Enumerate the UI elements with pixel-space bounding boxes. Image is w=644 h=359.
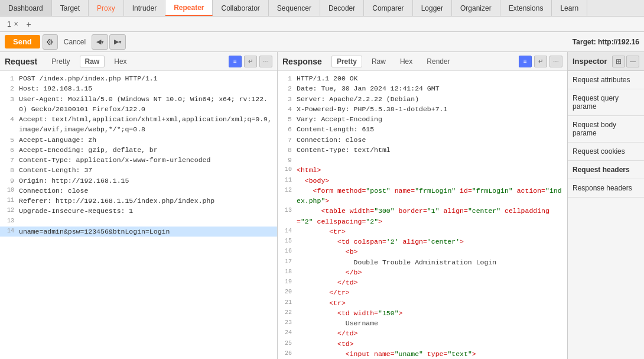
- table-row: 7Connection: close: [278, 135, 567, 145]
- tab-organizer[interactable]: Organizer: [452, 0, 500, 16]
- tab-repeater[interactable]: Repeater: [165, 0, 213, 16]
- top-nav: Dashboard Target Proxy Intruder Repeater…: [0, 0, 644, 17]
- table-row: 7Content-Type: application/x-www-form-ur…: [0, 155, 277, 165]
- request-tab-raw[interactable]: Raw: [80, 56, 105, 67]
- response-code-area[interactable]: 1HTTP/1.1 200 OK 2Date: Tue, 30 Jan 2024…: [278, 71, 567, 359]
- inspector-icons: ⊞ —: [612, 56, 639, 67]
- inspector-section-request-headers[interactable]: Request headers: [568, 161, 644, 179]
- table-row: 9: [278, 155, 567, 165]
- table-row: 10Connection: close: [0, 186, 277, 196]
- inspector-panel: Inspector ⊞ — Request attributes Request…: [567, 52, 644, 359]
- request-tab-pretty[interactable]: Pretty: [47, 56, 74, 67]
- table-row-highlighted: 14uname=admin&psw=123456&btnLogin=Login: [0, 227, 277, 237]
- response-tab-hex[interactable]: Hex: [395, 56, 417, 67]
- inspector-cols-icon[interactable]: ⊞: [612, 56, 625, 67]
- table-row: 23 Username: [278, 318, 567, 328]
- next-arrow-button[interactable]: ▶ ▾: [109, 34, 126, 50]
- table-row: 19 </td>: [278, 277, 567, 287]
- request-panel-icons: ≡ ↵ ⋯: [229, 56, 272, 67]
- table-row: 11 <body>: [278, 176, 567, 186]
- request-wrap-icon[interactable]: ↵: [244, 56, 257, 67]
- request-more-icon[interactable]: ⋯: [259, 56, 272, 67]
- response-tab-render[interactable]: Render: [422, 56, 454, 67]
- response-panel-header: Response Pretty Raw Hex Render ≡ ↵ ⋯: [278, 52, 567, 71]
- table-row: 18 </b>: [278, 267, 567, 277]
- inspector-header: Inspector ⊞ —: [568, 52, 644, 71]
- inspector-section-response-headers[interactable]: Response headers: [568, 179, 644, 198]
- history-arrows: ◀ ▾ ▶ ▾: [92, 34, 126, 50]
- table-row: 5Vary: Accept-Encoding: [278, 114, 567, 124]
- table-row: 15 <td colspan='2' align='center'>: [278, 237, 567, 247]
- table-row: 6Content-Length: 615: [278, 124, 567, 134]
- table-row: 24 </td>: [278, 328, 567, 338]
- gear-icon[interactable]: ⚙: [43, 34, 58, 50]
- inspector-section-cookies[interactable]: Request cookies: [568, 143, 644, 161]
- inspector-section-query-params[interactable]: Request query parame: [568, 89, 644, 116]
- table-row: 6Accept-Encoding: gzip, deflate, br: [0, 145, 277, 155]
- tab-target[interactable]: Target: [52, 0, 89, 16]
- response-list-icon[interactable]: ≡: [519, 56, 532, 67]
- request-title: Request: [5, 57, 37, 66]
- request-code-area[interactable]: 1POST /index.php/index.php HTTP/1.1 2Hos…: [0, 71, 277, 359]
- request-panel: Request Pretty Raw Hex ≡ ↵ ⋯ 1POST /inde…: [0, 52, 278, 359]
- tab-intruder[interactable]: Intruder: [124, 0, 165, 16]
- table-row: 11Referer: http://192.168.1.15/index.php…: [0, 196, 277, 206]
- table-row: 3Server: Apache/2.2.22 (Debian): [278, 94, 567, 104]
- table-row: 13: [0, 216, 277, 227]
- table-row: 5Accept-Language: zh: [0, 135, 277, 145]
- inspector-section-body-params[interactable]: Request body parame: [568, 116, 644, 143]
- send-button[interactable]: Send: [5, 35, 40, 48]
- tab-learn[interactable]: Learn: [552, 0, 587, 16]
- add-tab-button[interactable]: +: [23, 19, 35, 30]
- request-tab-hex[interactable]: Hex: [109, 56, 131, 67]
- target-label: Target: http://192.16: [573, 38, 639, 46]
- response-panel-icons: ≡ ↵ ⋯: [519, 56, 562, 67]
- request-list-icon[interactable]: ≡: [229, 56, 242, 67]
- table-row: 22 <td width="150">: [278, 308, 567, 318]
- tab-collaborator[interactable]: Collaborator: [213, 0, 268, 16]
- sub-tab-row: 1 ✕ +: [0, 17, 644, 32]
- tab-close-icon[interactable]: ✕: [14, 21, 18, 27]
- table-row: 12Upgrade-Insecure-Requests: 1: [0, 206, 277, 216]
- table-row: 4Accept: text/html,application/xhtml+xml…: [0, 114, 277, 135]
- tab-number: 1: [7, 20, 11, 28]
- response-tab-raw[interactable]: Raw: [367, 56, 391, 67]
- repeater-tab-1[interactable]: 1 ✕: [2, 19, 23, 30]
- tab-dashboard[interactable]: Dashboard: [0, 0, 52, 16]
- tab-logger[interactable]: Logger: [413, 0, 452, 16]
- table-row: 25 <td>: [278, 339, 567, 349]
- tab-extensions[interactable]: Extensions: [500, 0, 552, 16]
- table-row: 3User-Agent: Mozilla/5.0 (Windows NT 10.…: [0, 94, 277, 115]
- inspector-minimize-icon[interactable]: —: [626, 56, 639, 67]
- response-wrap-icon[interactable]: ↵: [534, 56, 547, 67]
- response-tab-pretty[interactable]: Pretty: [331, 56, 362, 67]
- tab-proxy[interactable]: Proxy: [89, 0, 124, 16]
- table-row: 2Date: Tue, 30 Jan 2024 12:41:24 GMT: [278, 83, 567, 93]
- toolbar: Send ⚙ Cancel ◀ ▾ ▶ ▾ Target: http://192…: [0, 32, 644, 52]
- table-row: 20 </tr>: [278, 287, 567, 297]
- table-row: 9Origin: http://192.168.1.15: [0, 176, 277, 186]
- table-row: 4X-Powered-By: PHP/5.5.38-1-dotdeb+7.1: [278, 104, 567, 114]
- tab-comparer[interactable]: Comparer: [364, 0, 412, 16]
- main-content: Request Pretty Raw Hex ≡ ↵ ⋯ 1POST /inde…: [0, 52, 644, 359]
- table-row: 17 Double Trouble Administration Login: [278, 257, 567, 267]
- response-panel: Response Pretty Raw Hex Render ≡ ↵ ⋯ 1HT…: [278, 52, 567, 359]
- prev-arrow-button[interactable]: ◀ ▾: [92, 34, 108, 50]
- table-row: 12 <form method="post" name="frmLogin" i…: [278, 186, 567, 206]
- response-more-icon[interactable]: ⋯: [549, 56, 562, 67]
- request-panel-header: Request Pretty Raw Hex ≡ ↵ ⋯: [0, 52, 277, 71]
- table-row: 10<html>: [278, 165, 567, 175]
- tab-sequencer[interactable]: Sequencer: [269, 0, 320, 16]
- table-row: 13 <table width="300" border="1" align="…: [278, 206, 567, 227]
- table-row: 1POST /index.php/index.php HTTP/1.1: [0, 73, 277, 83]
- response-title: Response: [282, 57, 322, 66]
- table-row: 26 <input name="uname" type="text">: [278, 349, 567, 359]
- table-row: 8Content-Length: 37: [0, 165, 277, 175]
- cancel-button[interactable]: Cancel: [60, 35, 89, 48]
- inspector-title: Inspector: [573, 57, 607, 66]
- table-row: 8Content-Type: text/html: [278, 145, 567, 155]
- tab-decoder[interactable]: Decoder: [320, 0, 364, 16]
- table-row: 14 <tr>: [278, 227, 567, 237]
- inspector-section-request-attributes[interactable]: Request attributes: [568, 71, 644, 89]
- table-row: 16 <b>: [278, 247, 567, 257]
